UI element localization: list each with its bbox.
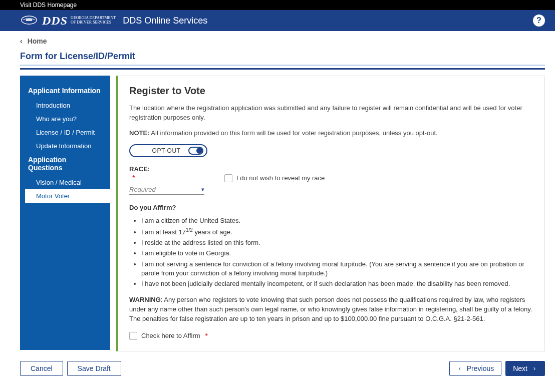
affirm-title: Do you Affirm?: [129, 204, 533, 211]
save-draft-button[interactable]: Save Draft: [67, 361, 121, 376]
logo: DDS Georgia Department Of Driver Service…: [20, 13, 116, 28]
warning-label: WARNING: [129, 296, 161, 303]
content-panel: Register to Vote The location where the …: [116, 76, 545, 351]
title-accent: [20, 68, 545, 70]
header-bar: DDS Georgia Department Of Driver Service…: [0, 10, 555, 31]
help-icon[interactable]: ?: [533, 15, 545, 27]
affirm-check-label: Check here to Affirm: [141, 332, 200, 339]
race-select[interactable]: Required ▾: [129, 186, 204, 195]
affirm-item: I am not serving a sentence for convicti…: [141, 260, 533, 278]
affirm-list: I am a citizen of the United States. I a…: [129, 216, 533, 289]
no-reveal-label: I do not wish to reveal my race: [236, 174, 325, 182]
race-label: RACE:: [129, 165, 204, 173]
warning-text: WARNING: Any person who registers to vot…: [129, 295, 533, 324]
breadcrumb: ‹ Home: [20, 31, 545, 51]
affirm-item: I am at least 171/2 years of age.: [141, 227, 533, 237]
affirm-item: I have not been judicially declared ment…: [141, 279, 533, 288]
cancel-button[interactable]: Cancel: [20, 361, 63, 376]
service-title: DDS Online Services: [123, 16, 207, 26]
next-button[interactable]: Next ›: [505, 361, 545, 376]
sidebar-item-introduction[interactable]: Introduction: [20, 99, 110, 112]
affirm-item: I am eligible to vote in Georgia.: [141, 249, 533, 258]
no-reveal-row: I do not wish to reveal my race: [224, 174, 325, 182]
content-heading: Register to Vote: [129, 85, 533, 97]
breadcrumb-back-icon[interactable]: ‹: [20, 37, 23, 45]
affirm-item: I reside at the address listed on this f…: [141, 238, 533, 247]
affirm-item: I am a citizen of the United States.: [141, 216, 533, 225]
sidebar-item-license-id-permit[interactable]: License / ID / Permit: [20, 126, 110, 139]
sidebar-item-update-information[interactable]: Update Information: [20, 139, 110, 153]
sidebar: Applicant Information Introduction Who a…: [20, 76, 110, 350]
sidebar-item-vision-medical[interactable]: Vision / Medical: [20, 176, 110, 189]
sidebar-item-motor-voter[interactable]: Motor Voter: [25, 189, 110, 203]
logo-main-text: DDS: [42, 14, 68, 28]
chevron-right-icon: ›: [533, 365, 535, 372]
required-star: *: [132, 174, 135, 182]
affirm-check-row: Check here to Affirm *: [129, 332, 533, 340]
visit-homepage-link[interactable]: Visit DDS Homepage: [20, 2, 77, 9]
race-select-placeholder: Required: [129, 186, 201, 193]
dds-seal-icon: [20, 13, 38, 28]
logo-sub-text: Georgia Department Of Driver Services: [71, 16, 116, 25]
no-reveal-checkbox[interactable]: [224, 174, 232, 182]
sidebar-section-questions: Application Questions: [20, 153, 110, 176]
previous-button[interactable]: ‹ Previous: [449, 361, 501, 376]
top-bar: Visit DDS Homepage: [0, 0, 555, 10]
sidebar-section-applicant: Applicant Information: [20, 84, 110, 99]
chevron-left-icon: ‹: [459, 365, 461, 372]
toggle-switch-icon: [188, 147, 203, 155]
race-field: RACE: * Required ▾: [129, 165, 204, 195]
svg-rect-1: [26, 19, 33, 21]
page-title: Form for License/ID/Permit: [20, 51, 545, 66]
footer-actions: Cancel Save Draft ‹ Previous Next ›: [0, 351, 555, 385]
opt-out-label: OPT-OUT: [144, 147, 188, 154]
required-star: *: [205, 332, 208, 340]
note-text: NOTE: All information provided on this f…: [129, 129, 533, 138]
breadcrumb-home-link[interactable]: Home: [28, 37, 47, 45]
note-label: NOTE:: [129, 129, 149, 137]
chevron-down-icon: ▾: [201, 186, 204, 193]
affirm-checkbox[interactable]: [129, 332, 137, 340]
intro-text: The location where the registration appl…: [129, 104, 533, 123]
sidebar-item-who-are-you[interactable]: Who are you?: [20, 112, 110, 126]
opt-out-toggle[interactable]: OPT-OUT: [129, 144, 207, 157]
